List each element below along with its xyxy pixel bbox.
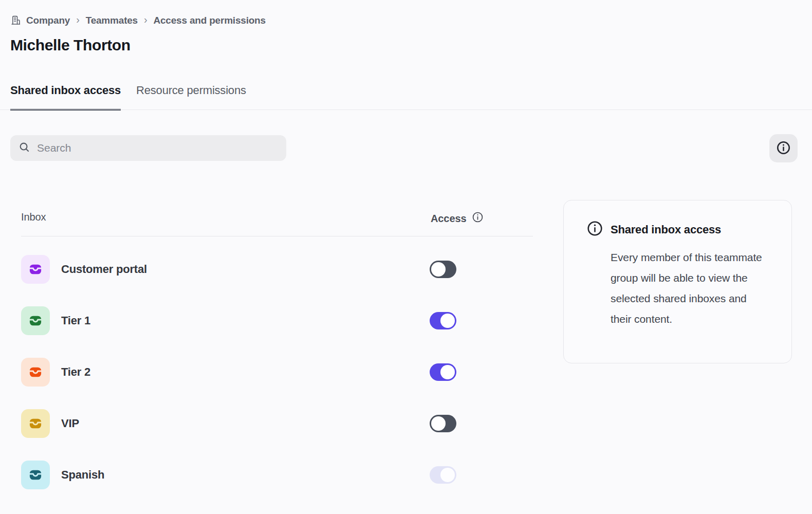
inbox-name: Customer portal	[61, 263, 147, 276]
table-row: Tier 1	[21, 295, 533, 346]
breadcrumb-company[interactable]: Company	[26, 15, 70, 26]
inbox-access-table: Inbox Access	[21, 204, 533, 501]
info-card-header: Shared inbox access	[586, 220, 771, 239]
toggle-knob	[440, 365, 455, 379]
chevron-right-icon: ›	[75, 14, 80, 26]
breadcrumb-teammates[interactable]: Teammates	[86, 15, 138, 26]
tab-shared-inbox-access[interactable]: Shared inbox access	[10, 84, 121, 111]
tab-bar: Shared inbox access Resource permissions	[10, 84, 246, 111]
shared-inbox-access-info-card: Shared inbox access Every member of this…	[563, 200, 792, 363]
toggle-knob	[431, 416, 446, 431]
inbox-icon	[21, 409, 50, 438]
access-toggle	[430, 466, 456, 484]
info-card-title: Shared inbox access	[611, 223, 721, 236]
tabs-divider	[0, 109, 812, 110]
access-permissions-page: Company › Teammates › Access and permiss…	[0, 0, 812, 514]
info-icon	[776, 140, 791, 157]
toggle-knob	[440, 314, 455, 328]
access-toggle[interactable]	[430, 312, 456, 329]
inbox-icon	[21, 255, 50, 284]
info-card-body: Every member of this teammate group will…	[611, 247, 766, 329]
company-building-icon	[10, 15, 21, 26]
inbox-icon	[21, 306, 50, 335]
table-row: Customer portal	[21, 244, 533, 295]
search-input[interactable]	[37, 142, 278, 154]
inbox-icon	[21, 461, 50, 489]
breadcrumb-access-permissions[interactable]: Access and permissions	[153, 15, 265, 26]
access-info-icon[interactable]	[472, 211, 484, 226]
breadcrumb: Company › Teammates › Access and permiss…	[10, 14, 266, 26]
access-toggle[interactable]	[430, 363, 456, 381]
inbox-rows: Customer portal Tier 1	[21, 236, 533, 501]
search-bar[interactable]	[10, 135, 286, 161]
column-header-access: Access	[431, 211, 484, 226]
page-title: Michelle Thorton	[10, 36, 131, 54]
column-header-inbox: Inbox	[21, 211, 46, 223]
inbox-name: Tier 2	[61, 365, 90, 379]
search-icon	[19, 141, 30, 155]
tab-resource-permissions[interactable]: Resource permissions	[136, 84, 246, 111]
chevron-right-icon: ›	[143, 14, 148, 26]
inbox-name: Tier 1	[61, 314, 90, 327]
table-row: VIP	[21, 398, 533, 449]
access-toggle[interactable]	[430, 261, 456, 278]
page-info-button[interactable]	[769, 134, 798, 162]
info-icon	[586, 220, 603, 239]
table-row: Spanish	[21, 449, 533, 501]
table-row: Tier 2	[21, 346, 533, 398]
inbox-name: Spanish	[61, 468, 104, 482]
toggle-knob	[431, 262, 446, 277]
inbox-name: VIP	[61, 417, 79, 430]
toggle-knob	[440, 468, 455, 482]
table-header: Inbox Access	[21, 204, 533, 236]
inbox-icon	[21, 358, 50, 387]
access-toggle[interactable]	[430, 415, 456, 432]
